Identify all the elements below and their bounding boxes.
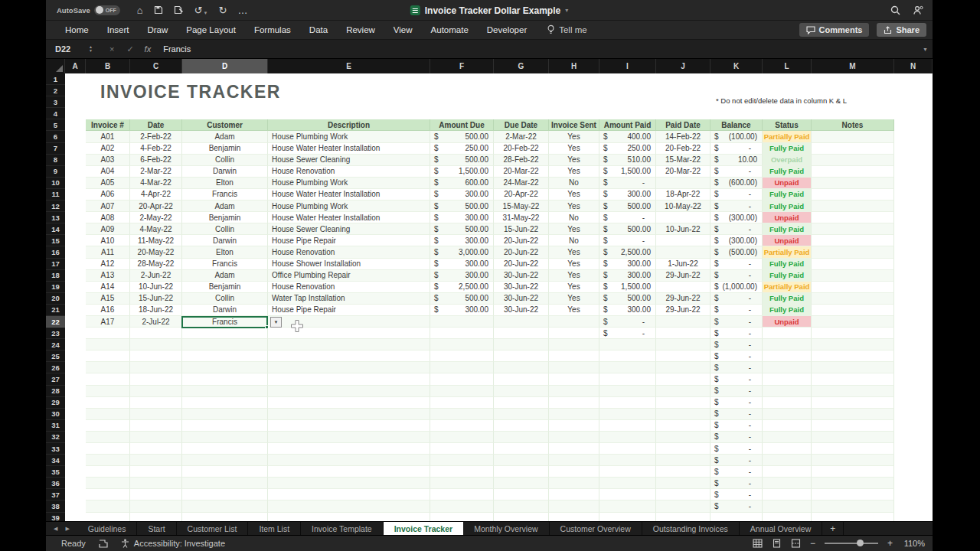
cell-A30[interactable] <box>65 409 86 420</box>
cell-L39[interactable] <box>763 513 812 521</box>
selected-cell-outline[interactable] <box>181 316 268 328</box>
cell-M39[interactable] <box>812 513 894 521</box>
cell-F3[interactable] <box>430 96 494 108</box>
keyboard-icon[interactable] <box>98 540 109 548</box>
home-icon[interactable]: ⌂ <box>137 5 143 15</box>
cell-F4[interactable] <box>430 108 494 119</box>
cell-I6[interactable]: $400.00 <box>599 131 656 142</box>
cell-B15[interactable]: A10 <box>86 235 130 246</box>
cell-M16[interactable] <box>812 246 894 258</box>
cell-L14[interactable]: Fully Paid <box>763 223 812 235</box>
cell-C7[interactable]: 4-Feb-22 <box>130 143 182 155</box>
cell-N1[interactable] <box>894 73 933 85</box>
cell-E26[interactable] <box>268 362 430 373</box>
row-header-39[interactable]: 39 <box>46 513 65 521</box>
cell-J30[interactable] <box>656 409 710 420</box>
cell-H21[interactable]: Yes <box>549 305 599 316</box>
cell-L15[interactable]: Unpaid <box>763 235 812 246</box>
cell-A37[interactable] <box>65 489 86 500</box>
cell-K19[interactable]: $(1,000.00) <box>710 282 763 293</box>
cell-F30[interactable] <box>430 409 494 420</box>
cell-M34[interactable] <box>812 455 894 466</box>
cell-L2[interactable] <box>763 85 812 96</box>
cell-H35[interactable] <box>549 466 599 478</box>
cell-C23[interactable] <box>130 328 182 339</box>
sheet-tab-item-list[interactable]: Item List <box>248 522 301 535</box>
cell-J23[interactable] <box>656 328 710 339</box>
cell-N26[interactable] <box>894 362 933 373</box>
cell-H26[interactable] <box>549 362 599 373</box>
undo-icon[interactable]: ↺ <box>194 5 203 15</box>
cell-A21[interactable] <box>65 305 86 316</box>
cell-A20[interactable] <box>65 293 86 305</box>
col-header-H[interactable]: H <box>549 59 599 73</box>
cell-E7[interactable]: House Water Heater Installation <box>268 143 430 155</box>
row-header-34[interactable]: 34 <box>46 455 65 466</box>
cell-G39[interactable] <box>494 513 549 521</box>
sheet-tab-start[interactable]: Start <box>137 522 176 535</box>
cell-D17[interactable]: Francis <box>182 259 268 270</box>
normal-view-icon[interactable] <box>753 539 763 548</box>
cell-A28[interactable] <box>65 386 86 397</box>
row-header-13[interactable]: 13 <box>46 212 65 223</box>
cell-K21[interactable]: $- <box>710 305 763 316</box>
cell-B11[interactable]: A06 <box>86 189 130 201</box>
cell-B36[interactable] <box>86 478 130 489</box>
cell-G24[interactable] <box>494 339 549 350</box>
cell-J37[interactable] <box>656 489 710 500</box>
cell-I19[interactable]: $1,500.00 <box>599 282 656 293</box>
cell-A11[interactable] <box>65 189 86 201</box>
cell-H13[interactable]: No <box>549 212 599 223</box>
row-header-33[interactable]: 33 <box>46 443 65 455</box>
cell-G18[interactable]: 30-Jun-22 <box>494 270 549 282</box>
cell-A33[interactable] <box>65 443 86 455</box>
cell-B26[interactable] <box>86 362 130 373</box>
accessibility-status[interactable]: Accessibility: Investigate <box>121 539 225 548</box>
cell-C12[interactable]: 20-Apr-22 <box>130 201 182 212</box>
cell-G5[interactable]: Due Date <box>494 119 549 131</box>
cell-N8[interactable] <box>894 155 933 166</box>
name-box[interactable]: D22 <box>46 44 89 54</box>
row-header-32[interactable]: 32 <box>46 432 65 443</box>
cell-G11[interactable]: 20-Apr-22 <box>494 189 549 201</box>
cell-F22[interactable] <box>430 316 494 328</box>
cell-M2[interactable] <box>812 85 894 96</box>
cell-E32[interactable] <box>268 432 430 443</box>
cell-D36[interactable] <box>182 478 268 489</box>
autosave-toggle[interactable]: AutoSave OFF <box>57 5 120 15</box>
fill-handle[interactable] <box>265 325 269 329</box>
cell-D27[interactable] <box>182 373 268 385</box>
cell-A34[interactable] <box>65 455 86 466</box>
cell-E12[interactable]: House Plumbing Work <box>268 201 430 212</box>
cell-E17[interactable]: House Shower Installation <box>268 259 430 270</box>
cell-L20[interactable]: Fully Paid <box>763 293 812 305</box>
cell-L35[interactable] <box>763 466 812 478</box>
cell-E18[interactable]: Office Plumbing Repair <box>268 270 430 282</box>
cell-H31[interactable] <box>549 420 599 432</box>
cell-C22[interactable]: 2-Jul-22 <box>130 316 182 328</box>
cell-A39[interactable] <box>65 513 86 521</box>
cell-C29[interactable] <box>130 397 182 409</box>
cell-L36[interactable] <box>763 478 812 489</box>
cell-D10[interactable]: Elton <box>182 178 268 189</box>
cell-M12[interactable] <box>812 201 894 212</box>
cell-I32[interactable] <box>599 432 656 443</box>
cell-A17[interactable] <box>65 259 86 270</box>
cell-G17[interactable]: 20-Jun-22 <box>494 259 549 270</box>
row-header-7[interactable]: 7 <box>46 143 65 155</box>
cell-E5[interactable]: Description <box>268 119 430 131</box>
cell-F7[interactable]: $250.00 <box>430 143 494 155</box>
cell-J8[interactable]: 15-Mar-22 <box>656 155 710 166</box>
cell-C36[interactable] <box>130 478 182 489</box>
cell-B14[interactable]: A09 <box>86 223 130 235</box>
save-icon[interactable] <box>154 5 163 15</box>
ribbon-tab-data[interactable]: Data <box>309 25 328 34</box>
cell-N10[interactable] <box>894 178 933 189</box>
cell-K16[interactable]: $(500.00) <box>710 246 763 258</box>
cell-N23[interactable] <box>894 328 933 339</box>
cell-I18[interactable]: $300.00 <box>599 270 656 282</box>
cell-L31[interactable] <box>763 420 812 432</box>
cell-A24[interactable] <box>65 339 86 350</box>
cell-J35[interactable] <box>656 466 710 478</box>
row-header-23[interactable]: 23 <box>46 328 65 339</box>
